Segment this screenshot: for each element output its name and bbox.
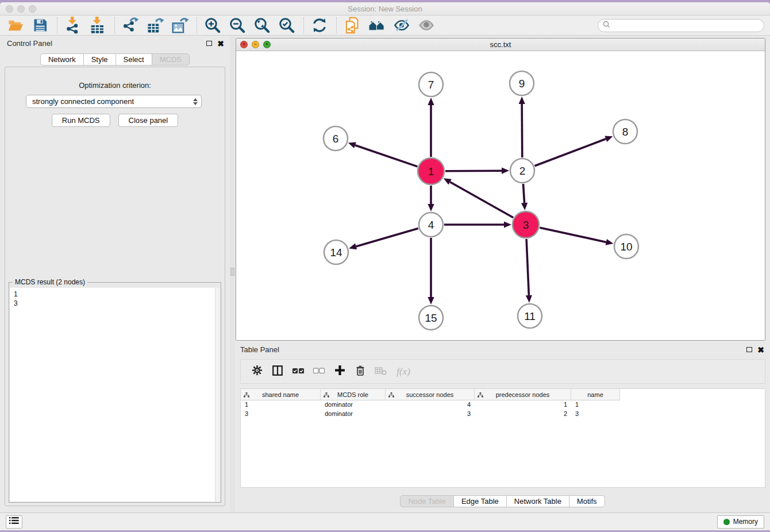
hide-details-button[interactable] bbox=[392, 17, 411, 34]
tab-network[interactable]: Network bbox=[40, 53, 84, 65]
unselect-all-columns-button[interactable] bbox=[309, 362, 329, 381]
select-all-columns-button[interactable] bbox=[288, 362, 309, 381]
save-floppy-icon bbox=[32, 17, 48, 33]
close-table-panel-button[interactable]: ✖ bbox=[757, 347, 764, 353]
graph-node-9[interactable]: 9 bbox=[510, 71, 534, 95]
close-panel-button[interactable]: ✖ bbox=[217, 41, 224, 47]
window-titlebar: Session: New Session bbox=[0, 2, 770, 16]
graph-edge-4-15[interactable] bbox=[428, 238, 434, 304]
tab-style[interactable]: Style bbox=[83, 53, 116, 65]
svg-text:7: 7 bbox=[428, 79, 434, 91]
criterion-dropdown[interactable]: strongly connected component bbox=[26, 95, 202, 108]
splitter-grip-icon[interactable] bbox=[230, 268, 234, 276]
tab-select[interactable]: Select bbox=[116, 53, 152, 65]
save-session-button[interactable] bbox=[30, 17, 50, 34]
graph-node-7[interactable]: 7 bbox=[419, 72, 443, 97]
graph-edge-2-9[interactable] bbox=[519, 97, 525, 157]
svg-text:11: 11 bbox=[524, 310, 536, 322]
show-columns-button[interactable] bbox=[267, 362, 288, 381]
home-button[interactable] bbox=[367, 17, 387, 34]
column-header-successor-nodes[interactable]: successor nodes bbox=[386, 389, 475, 400]
tab-motifs[interactable]: Motifs bbox=[569, 495, 605, 507]
zoom-fit-button[interactable] bbox=[252, 17, 272, 34]
fx-icon: f(x) bbox=[396, 366, 410, 377]
column-header-shared-name[interactable]: shared name bbox=[241, 389, 321, 400]
graph-node-8[interactable]: 8 bbox=[613, 119, 637, 144]
create-column-button[interactable] bbox=[329, 362, 350, 381]
zoom-out-button[interactable] bbox=[228, 17, 247, 34]
show-details-button[interactable] bbox=[417, 17, 436, 34]
zoom-in-icon bbox=[204, 17, 221, 34]
tab-network-table[interactable]: Network Table bbox=[506, 495, 569, 507]
task-history-button[interactable] bbox=[6, 515, 22, 529]
result-scrollbar[interactable] bbox=[215, 288, 220, 502]
import-table-button[interactable] bbox=[88, 17, 107, 34]
gear-icon bbox=[252, 365, 263, 378]
delete-table-button[interactable] bbox=[371, 362, 391, 381]
table-toolbar: f(x) bbox=[240, 359, 765, 384]
table-row[interactable]: 3dominator323 bbox=[241, 410, 765, 419]
graph-edge-3-1[interactable] bbox=[444, 178, 513, 217]
graph-node-6[interactable]: 6 bbox=[324, 126, 348, 151]
refresh-layout-button[interactable] bbox=[310, 17, 329, 34]
export-network-button[interactable] bbox=[121, 17, 140, 34]
search-input[interactable] bbox=[613, 21, 759, 29]
network-file-button[interactable] bbox=[342, 17, 362, 34]
graph-node-11[interactable]: 11 bbox=[518, 304, 542, 328]
function-builder-button[interactable]: f(x) bbox=[391, 362, 412, 381]
zoom-selected-button[interactable] bbox=[277, 17, 297, 34]
eye-slash-icon bbox=[392, 17, 411, 33]
network-canvas[interactable]: 1234678910111415 bbox=[236, 51, 765, 340]
graph-node-2[interactable]: 2 bbox=[510, 159, 534, 183]
table-row[interactable]: 1dominator411 bbox=[241, 400, 765, 410]
open-session-button[interactable] bbox=[6, 17, 25, 34]
graph-edge-3-11[interactable] bbox=[526, 239, 532, 303]
zoom-in-button[interactable] bbox=[203, 17, 222, 34]
close-panel-button-2[interactable]: Close panel bbox=[118, 114, 179, 127]
graph-node-14[interactable]: 14 bbox=[324, 240, 348, 264]
graph-edge-1-2[interactable] bbox=[445, 168, 509, 174]
graph-edge-3-10[interactable] bbox=[540, 228, 613, 245]
graph-edge-4-14[interactable] bbox=[349, 228, 418, 249]
graph-node-3[interactable]: 3 bbox=[513, 211, 539, 238]
tab-node-table[interactable]: Node Table bbox=[400, 495, 454, 507]
column-header-predecessor-nodes[interactable]: predecessor nodes bbox=[475, 389, 571, 400]
tab-edge-table[interactable]: Edge Table bbox=[453, 495, 507, 507]
control-panel-title: Control Panel bbox=[7, 39, 52, 48]
graph-edge-4-3[interactable] bbox=[444, 221, 511, 228]
table-header-row: shared nameMCDS rolesuccessor nodesprede… bbox=[241, 389, 765, 400]
graph-node-4[interactable]: 4 bbox=[419, 213, 443, 237]
delete-column-button[interactable] bbox=[350, 362, 371, 381]
export-table-icon bbox=[146, 17, 164, 34]
mcds-result-text: 1 3 bbox=[10, 288, 215, 502]
mcds-panel: Optimization criterion: strongly connect… bbox=[5, 67, 225, 506]
search-box[interactable] bbox=[598, 19, 764, 32]
export-image-button[interactable] bbox=[170, 17, 190, 34]
graph-edge-1-6[interactable] bbox=[348, 142, 418, 167]
column-header-name[interactable]: name bbox=[571, 389, 620, 400]
network-window-title: scc.txt bbox=[236, 40, 765, 49]
float-table-panel-button[interactable] bbox=[746, 347, 752, 352]
toolbar-separator bbox=[114, 17, 115, 33]
run-mcds-button[interactable]: Run MCDS bbox=[52, 114, 110, 127]
import-network-button[interactable] bbox=[63, 17, 83, 34]
column-tree-icon bbox=[388, 392, 394, 399]
graph-edge-2-8[interactable] bbox=[535, 136, 613, 166]
graph-node-15[interactable]: 15 bbox=[419, 306, 443, 330]
memory-button[interactable]: Memory bbox=[717, 515, 764, 529]
status-bar: Memory bbox=[0, 512, 770, 530]
export-table-button[interactable] bbox=[145, 17, 165, 34]
graph-edge-2-3[interactable] bbox=[521, 184, 528, 210]
panel-splitter[interactable] bbox=[230, 36, 235, 512]
graph-node-1[interactable]: 1 bbox=[418, 158, 444, 184]
tab-mcds[interactable]: MCDS bbox=[152, 53, 190, 65]
refresh-icon bbox=[311, 17, 328, 34]
main-toolbar bbox=[0, 16, 770, 36]
table-settings-button[interactable] bbox=[247, 362, 267, 381]
import-network-icon bbox=[64, 17, 82, 34]
float-panel-button[interactable] bbox=[206, 41, 212, 46]
graph-edge-1-7[interactable] bbox=[428, 98, 434, 157]
graph-node-10[interactable]: 10 bbox=[614, 234, 638, 259]
graph-edge-1-4[interactable] bbox=[428, 186, 434, 211]
column-header-mcds-role[interactable]: MCDS role bbox=[321, 389, 386, 400]
